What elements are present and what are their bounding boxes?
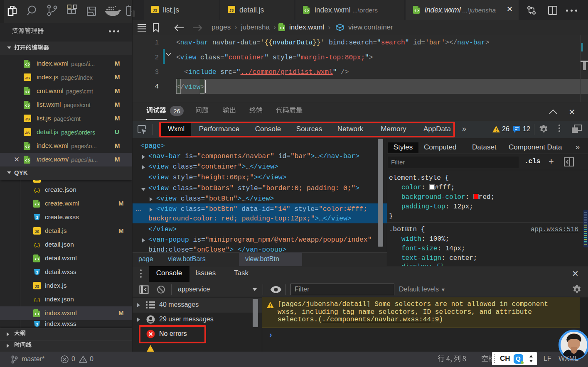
svg-text:JS: JS [153, 8, 157, 12]
svg-text:JS: JS [34, 230, 39, 234]
svg-text:JS: JS [34, 180, 39, 182]
svg-text:JS: JS [34, 284, 39, 289]
svg-text:{..}: {..} [34, 188, 40, 193]
svg-text:3: 3 [36, 270, 38, 274]
svg-text:JS: JS [25, 117, 30, 121]
svg-text:3: 3 [36, 215, 38, 220]
svg-text:{..}: {..} [34, 242, 40, 247]
svg-text:3: 3 [36, 322, 38, 326]
svg-text:JS: JS [25, 131, 30, 135]
svg-text:JS: JS [229, 8, 234, 12]
svg-text:{..}: {..} [34, 297, 40, 302]
svg-text:JS: JS [25, 76, 30, 80]
